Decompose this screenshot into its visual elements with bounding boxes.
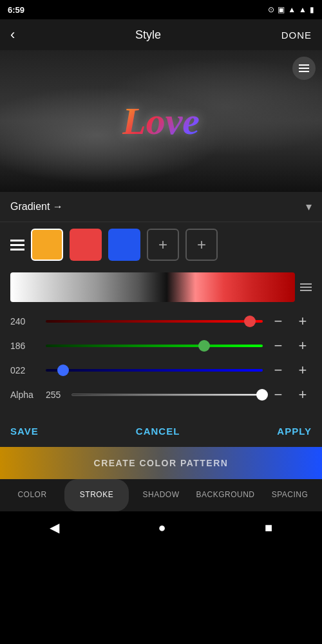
green-slider-track[interactable]	[46, 345, 263, 347]
swatch-2[interactable]	[70, 229, 102, 261]
reorder-icon[interactable]	[10, 240, 24, 251]
swatch-3[interactable]	[108, 229, 140, 261]
red-decrement-button[interactable]: −	[269, 312, 287, 330]
red-slider-row: 240 − +	[10, 312, 312, 330]
back-button[interactable]: ‹	[10, 26, 15, 43]
alpha-decrement-button[interactable]: −	[269, 386, 287, 404]
notification-icon: ⊙	[268, 5, 274, 14]
blue-slider-row: 022 − +	[10, 361, 312, 379]
home-nav-button[interactable]: ●	[158, 520, 166, 535]
green-increment-button[interactable]: +	[294, 337, 312, 355]
system-nav: ◀ ● ■	[0, 511, 322, 544]
alpha-value: 255	[46, 390, 65, 400]
color-bar-row	[0, 267, 322, 307]
done-button[interactable]: DONE	[281, 30, 312, 41]
green-decrement-button[interactable]: −	[269, 337, 287, 355]
swatches-row: + +	[0, 222, 322, 267]
gradient-selector-row[interactable]: Gradient → ▾	[0, 192, 322, 222]
alpha-slider-row: Alpha 255 − +	[10, 386, 312, 404]
save-button[interactable]: SAVE	[10, 426, 39, 437]
color-bar-wrapper	[10, 272, 312, 302]
red-slider-thumb[interactable]	[244, 316, 256, 327]
tab-stroke[interactable]: STROKE	[64, 479, 129, 511]
preview-area: Love	[0, 50, 322, 192]
back-nav-button[interactable]: ◀	[50, 520, 59, 535]
battery-icon: ▮	[310, 5, 314, 14]
green-slider-label: 186	[10, 341, 39, 351]
blue-decrement-button[interactable]: −	[269, 361, 287, 379]
blue-slider-label: 022	[10, 365, 39, 375]
apply-button[interactable]: APPLY	[277, 426, 312, 437]
sliders-section: 240 − + 186 − + 022 − + Alpha	[0, 307, 322, 415]
preview-text: Love	[122, 99, 200, 144]
status-icons: ⊙ ▣ ▲ ▲ ▮	[268, 5, 314, 14]
alpha-slider-track[interactable]	[71, 393, 263, 396]
blue-slider-thumb[interactable]	[57, 365, 69, 376]
swatch-1[interactable]	[31, 229, 63, 261]
recent-nav-button[interactable]: ■	[265, 520, 272, 535]
red-slider-label: 240	[10, 316, 39, 327]
page-title: Style	[135, 28, 161, 42]
tab-color[interactable]: COLOR	[0, 479, 64, 511]
preview-menu-button[interactable]	[292, 57, 316, 80]
status-bar: 6:59 ⊙ ▣ ▲ ▲ ▮	[0, 0, 322, 19]
blue-increment-button[interactable]: +	[294, 361, 312, 379]
color-gradient-bar[interactable]	[10, 272, 295, 302]
sim-icon: ▣	[278, 5, 285, 14]
red-increment-button[interactable]: +	[294, 312, 312, 330]
red-slider-track[interactable]	[46, 320, 263, 323]
tab-shadow[interactable]: SHADOW	[129, 479, 193, 511]
dropdown-arrow-icon: ▾	[306, 200, 312, 214]
green-slider-thumb[interactable]	[198, 340, 210, 352]
preview-background: Love	[0, 50, 322, 192]
status-time: 6:59	[8, 5, 24, 15]
gradient-label: Gradient →	[10, 201, 63, 213]
blue-slider-track[interactable]	[46, 369, 263, 372]
action-row: SAVE CANCEL APPLY	[0, 415, 322, 447]
bottom-tabs: COLOR STROKE SHADOW BACKGROUND SPACING	[0, 479, 322, 511]
alpha-slider-thumb[interactable]	[256, 389, 268, 401]
create-color-pattern-button[interactable]: CREATE COLOR PATTERN	[0, 447, 322, 479]
main-panel: Gradient → ▾ + + 240 − +	[0, 192, 322, 479]
add-swatch-1[interactable]: +	[147, 229, 179, 261]
alpha-increment-button[interactable]: +	[294, 386, 312, 404]
tab-spacing[interactable]: SPACING	[258, 479, 322, 511]
cancel-button[interactable]: CANCEL	[136, 426, 180, 437]
add-swatch-2[interactable]: +	[185, 229, 218, 261]
wifi-icon: ▲	[288, 5, 296, 14]
green-slider-row: 186 − +	[10, 337, 312, 355]
top-nav: ‹ Style DONE	[0, 19, 322, 50]
bar-menu-icon[interactable]	[300, 283, 312, 291]
alpha-label: Alpha	[10, 390, 39, 400]
hamburger-icon	[299, 64, 309, 72]
tab-background[interactable]: BACKGROUND	[193, 479, 258, 511]
signal-icon: ▲	[299, 5, 307, 14]
